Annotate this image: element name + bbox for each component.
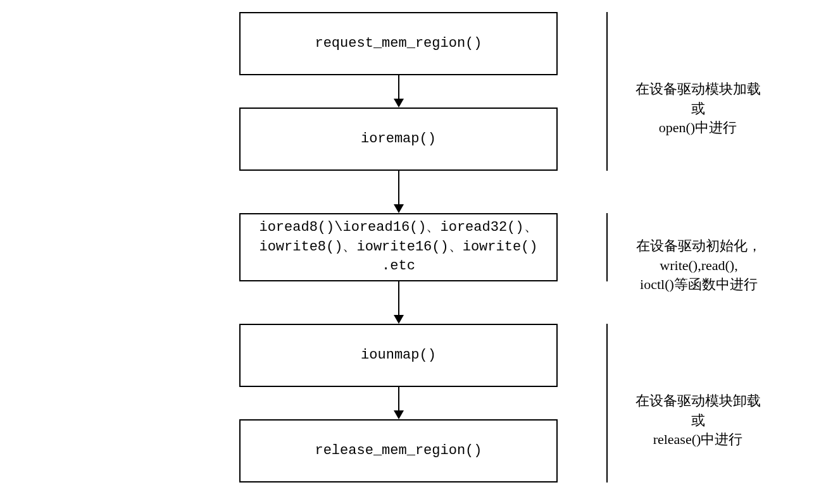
bracket-line — [606, 12, 608, 171]
bracket-line — [606, 324, 608, 482]
flow-box-label: ioremap() — [361, 130, 436, 149]
annotation-text: 在设备驱动模块卸载 或 release()中进行 — [636, 393, 761, 448]
flow-box-label: request_mem_region() — [315, 34, 482, 54]
flow-box-ioremap: ioremap() — [239, 108, 558, 171]
annotation-text: 在设备驱动初始化， write(),read(), ioctl()等函数中进行 — [636, 238, 761, 293]
annotation-group-unload-release: 在设备驱动模块卸载 或 release()中进行 — [620, 372, 775, 450]
flow-box-label: iounmap() — [361, 346, 436, 366]
flowchart-diagram: request_mem_region() ioremap() ioread8()… — [0, 0, 814, 504]
flow-box-request-mem-region: request_mem_region() — [239, 12, 558, 75]
annotation-group-init-rw-ioctl: 在设备驱动初始化， write(),read(), ioctl()等函数中进行 — [617, 217, 781, 295]
flow-box-iounmap: iounmap() — [239, 324, 558, 387]
flow-box-release-mem-region: release_mem_region() — [239, 419, 558, 482]
arrow-down-icon — [394, 387, 404, 419]
annotation-text: 在设备驱动模块加载 或 open()中进行 — [636, 81, 761, 136]
flow-box-label: release_mem_region() — [315, 441, 482, 461]
arrow-down-icon — [394, 75, 404, 108]
arrow-down-icon — [394, 281, 404, 324]
annotation-group-load-open: 在设备驱动模块加载 或 open()中进行 — [620, 60, 775, 138]
bracket-line — [606, 213, 608, 281]
flow-box-label: ioread8()\ioread16()、ioread32()、 iowrite… — [247, 218, 550, 276]
arrow-down-icon — [394, 171, 404, 213]
flow-box-ioread-iowrite: ioread8()\ioread16()、ioread32()、 iowrite… — [239, 213, 558, 281]
